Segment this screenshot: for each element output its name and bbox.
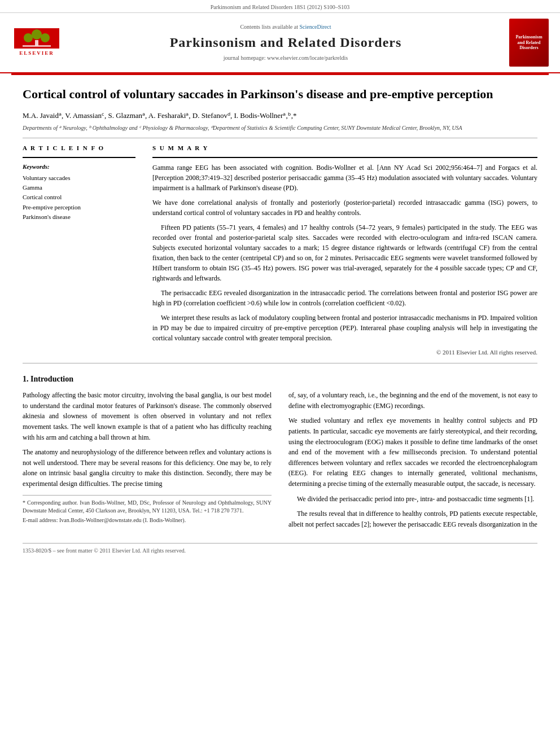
elsevier-header: ELSEVIER Contents lists available at Sci…: [0, 13, 560, 73]
summary-p2: We have done correlational analysis of f…: [152, 198, 537, 218]
footer-issn: 1353-8020/$ – see front matter © 2011 El…: [23, 547, 186, 555]
svg-point-4: [41, 33, 50, 42]
summary-p1: Gamma range EEG has been associated with…: [152, 163, 537, 193]
body-col-left: Pathology affecting the basic motor circ…: [23, 390, 272, 534]
keyword-5: Parkinson's disease: [23, 213, 135, 221]
article-info-col: A R T I C L E I N F O Keywords: Voluntar…: [23, 144, 135, 357]
sciencedirect-anchor[interactable]: ScienceDirect: [299, 24, 331, 30]
summary-text: Gamma range EEG has been associated with…: [152, 163, 537, 357]
footnote-2: E-mail address: Ivan.Bodis-Wollner@downs…: [23, 516, 272, 524]
journal-citation: Parkinsonism and Related Disorders 18S1 …: [211, 4, 350, 10]
keyword-4: Pre-emptive perception: [23, 203, 135, 212]
article-info-divider: [23, 157, 135, 158]
page-footer: 1353-8020/$ – see front matter © 2011 El…: [23, 543, 537, 557]
keywords-label: Keywords:: [23, 163, 135, 171]
journal-thumbnail: Parkinsonismand RelatedDisorders: [509, 19, 549, 67]
body-p5: We divided the perisaccadic period into …: [288, 494, 537, 505]
summary-p4: The perisaccadic EEG revealed disorganiz…: [152, 288, 537, 308]
authors-line: M.A. Javaidᵃ, V. Amassianᶜ, S. Glazmanᵃ,…: [23, 111, 537, 121]
article-info-header: A R T I C L E I N F O: [23, 144, 135, 152]
elsevier-logo-box: ELSEVIER: [11, 28, 62, 57]
affiliations: Departments of ᵃ Neurology, ᵇ Ophthalmol…: [23, 124, 537, 132]
body-p4: We studied voluntary and reflex eye move…: [288, 415, 537, 489]
summary-header: S U M M A R Y: [152, 144, 537, 152]
body-section: 1. Introduction Pathology affecting the …: [23, 374, 537, 534]
summary-col: S U M M A R Y Gamma range EEG has been a…: [152, 144, 537, 357]
body-col-right: of, say, of a voluntary reach, i.e., the…: [288, 390, 537, 534]
sciencedirect-link: Contents lists available at ScienceDirec…: [73, 23, 498, 31]
summary-p3: Fifteen PD patients (55–71 years, 4 fema…: [152, 222, 537, 283]
body-top-divider: [23, 363, 537, 363]
top-divider: [23, 138, 537, 138]
body-p3: of, say, of a voluntary reach, i.e., the…: [288, 390, 537, 411]
body-p1: Pathology affecting the basic motor circ…: [23, 390, 272, 442]
copyright-line: © 2011 Elsevier Ltd. All rights reserved…: [152, 348, 537, 357]
keyword-3: Cortical control: [23, 193, 135, 201]
body-two-col: Pathology affecting the basic motor circ…: [23, 390, 537, 534]
journal-thumb-title: Parkinsonismand RelatedDisorders: [515, 34, 542, 51]
body-p6: The results reveal that in difference to…: [288, 509, 537, 529]
article-title: Cortical control of voluntary saccades i…: [23, 86, 537, 103]
footnote-1: * Corresponding author. Ivan Bodis-Wolln…: [23, 499, 272, 515]
svg-rect-5: [23, 45, 51, 47]
summary-p5: We interpret these results as lack of mo…: [152, 313, 537, 343]
keyword-2: Gamma: [23, 183, 135, 192]
info-summary-cols: A R T I C L E I N F O Keywords: Voluntar…: [23, 144, 537, 357]
journal-main-title: Parkinsonism and Related Disorders: [73, 33, 498, 52]
elsevier-label: ELSEVIER: [19, 50, 54, 57]
svg-rect-1: [35, 40, 38, 46]
keyword-1: Voluntary saccades: [23, 174, 135, 182]
intro-title: 1. Introduction: [23, 374, 537, 385]
elsevier-logo-img: [14, 28, 59, 49]
body-p2: The anatomy and neurophysiology of the d…: [23, 447, 272, 489]
keywords-list: Voluntary saccades Gamma Cortical contro…: [23, 174, 135, 222]
journal-title-center: Contents lists available at ScienceDirec…: [73, 23, 498, 63]
footnote-area: * Corresponding author. Ivan Bodis-Wolln…: [23, 495, 272, 524]
svg-point-3: [32, 29, 42, 40]
svg-point-2: [24, 33, 33, 42]
article-container: Cortical control of voluntary saccades i…: [0, 75, 560, 568]
journal-top-bar: Parkinsonism and Related Disorders 18S1 …: [0, 0, 560, 13]
journal-homepage: journal homepage: www.elsevier.com/locat…: [73, 54, 498, 62]
summary-divider: [152, 157, 537, 158]
